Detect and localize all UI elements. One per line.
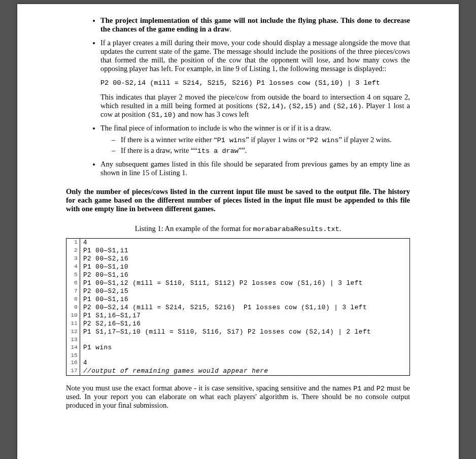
line-content: 4 — [80, 359, 410, 367]
line-content: P2 00—S1,i6 — [80, 271, 410, 279]
listing-row: 7P2 00—S2,i5 — [66, 287, 410, 296]
bullet-item-mill-message: If a player creates a mill during their … — [100, 39, 410, 119]
dash-item-draw: If there is a draw, write ““its a draw””… — [112, 146, 410, 155]
listing-row: 6P1 00—S1,i2 (mill = S1i0, S1i1, S1i2) P… — [66, 279, 410, 287]
bold-paragraph: Only the number of pieces/cows listed in… — [66, 187, 410, 213]
bullet-list: The project implementation of this game … — [66, 16, 410, 177]
dash-list: If there is a winner write either “P1 wi… — [112, 136, 410, 155]
line-content: P1 00—S1,i2 (mill = S1i0, S1i1, S1i2) P2… — [80, 279, 410, 287]
line-number: 3 — [66, 255, 80, 263]
line-number: 2 — [66, 247, 80, 255]
line-number: 15 — [66, 352, 80, 359]
bullet-1-text: The project implementation of this game … — [100, 16, 410, 33]
listing-row: 10P1 S1,i6—S1,i7 — [66, 312, 410, 320]
listing-row: 8P1 00—S1,i6 — [66, 296, 410, 304]
line-content: P2 00—S2,i4 (mill = S2i4, S2i5, S2i6) P1… — [80, 304, 410, 312]
bullet-2-code: P2 00-S2,i4 (mill = S2i4, S2i5, S2i6) P1… — [100, 79, 410, 87]
line-content: P2 00—S2,i6 — [80, 255, 410, 263]
line-content: P1 00—S1,i1 — [80, 247, 410, 255]
line-content: P1 00—S1,i6 — [80, 296, 410, 304]
line-content: P1 00—S1,i0 — [80, 263, 410, 271]
dash-item-winner: If there is a winner write either “P1 wi… — [112, 136, 410, 144]
line-content: //output of remaining games would appear… — [80, 367, 410, 375]
listing-caption: Listing 1: An example of the format for … — [66, 224, 410, 233]
line-number: 16 — [66, 359, 80, 367]
pdf-viewer-frame: The project implementation of this game … — [0, 0, 476, 459]
line-number: 9 — [66, 304, 80, 312]
listing-row: 4P1 00—S1,i0 — [66, 263, 410, 271]
listing-row: 164 — [66, 359, 410, 367]
line-content: P1 S1,i7—S1,i0 (mill = S1i0, S1i6, Si7) … — [80, 328, 410, 336]
line-content: P1 wins — [80, 344, 410, 352]
line-number: 17 — [66, 367, 80, 375]
line-number: 13 — [66, 336, 80, 344]
bullet-2-p1: If a player creates a mill during their … — [100, 39, 410, 73]
line-number: 8 — [66, 296, 80, 304]
bullet-2-p2: This indicates that player 2 moved the p… — [100, 93, 410, 118]
listing-row: 5P2 00—S1,i6 — [66, 271, 410, 279]
listing-row: 13 — [66, 336, 410, 344]
line-content — [80, 352, 410, 359]
line-content: 4 — [80, 239, 410, 247]
bullet-item-flying-phase: The project implementation of this game … — [100, 16, 410, 34]
listing-row: 3P2 00—S2,i6 — [66, 255, 410, 263]
post-note: Note you must use the exact format above… — [66, 384, 410, 410]
line-number: 10 — [66, 312, 80, 320]
line-content: P1 S1,i6—S1,i7 — [80, 312, 410, 320]
line-number: 11 — [66, 320, 80, 328]
listing-row: 2P1 00—S1,i1 — [66, 247, 410, 255]
bullet-4-text: Any subsequent games listed in this file… — [100, 160, 410, 177]
listing-row: 12P1 S1,i7—S1,i0 (mill = S1i0, S1i6, Si7… — [66, 328, 410, 336]
line-number: 5 — [66, 271, 80, 279]
line-number: 6 — [66, 279, 80, 287]
line-number: 1 — [66, 239, 80, 247]
line-number: 4 — [66, 263, 80, 271]
line-number: 14 — [66, 344, 80, 352]
listing-row: 14 — [66, 239, 410, 247]
listing-row: 14P1 wins — [66, 344, 410, 352]
listing-row: 9P2 00—S2,i4 (mill = S2i4, S2i5, S2i6) P… — [66, 304, 410, 312]
code-listing: 142P1 00—S1,i13P2 00—S2,i64P1 00—S1,i05P… — [66, 238, 410, 376]
line-number: 12 — [66, 328, 80, 336]
bullet-item-winner-info: The final piece of information to includ… — [100, 124, 410, 155]
line-content: P2 S2,i6—S1,i6 — [80, 320, 410, 328]
listing-row: 11P2 S2,i6—S1,i6 — [66, 320, 410, 328]
listing-row: 15 — [66, 352, 410, 359]
line-number: 7 — [66, 287, 80, 296]
bullet-3-intro: The final piece of information to includ… — [100, 124, 331, 132]
line-content — [80, 336, 410, 344]
line-content: P2 00—S2,i5 — [80, 287, 410, 296]
document-page: The project implementation of this game … — [17, 4, 459, 459]
listing-row: 17//output of remaining games would appe… — [66, 367, 410, 375]
bullet-item-separation: Any subsequent games listed in this file… — [100, 160, 410, 177]
